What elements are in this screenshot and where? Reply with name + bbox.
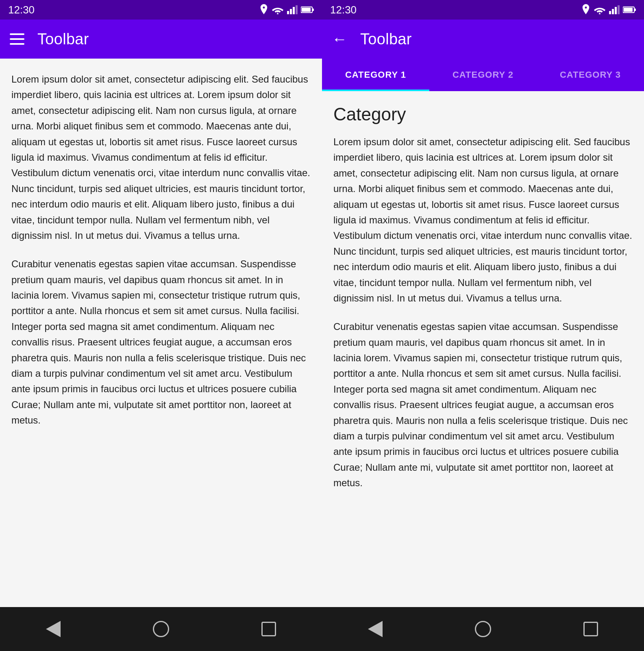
svg-rect-1	[287, 11, 289, 14]
svg-rect-15	[634, 9, 636, 11]
back-arrow-icon[interactable]: ←	[332, 31, 347, 48]
status-icons-1	[259, 4, 314, 15]
back-button-1[interactable]	[46, 621, 61, 637]
home-button-2[interactable]	[475, 621, 491, 637]
location-icon	[259, 4, 268, 15]
status-icons-2	[581, 4, 636, 15]
svg-rect-3	[293, 7, 295, 14]
content-area-2: Category Lorem ipsum dolor sit amet, con…	[322, 91, 644, 607]
time-2: 12:30	[330, 4, 357, 16]
svg-point-8	[599, 13, 600, 14]
signal-icon	[287, 5, 298, 14]
svg-point-0	[277, 13, 278, 14]
toolbar-2: ← Toolbar	[322, 20, 644, 59]
recent-button-2[interactable]	[583, 622, 598, 636]
svg-rect-9	[609, 11, 611, 14]
content-para1-2: Lorem ipsum dolor sit amet, consectetur …	[333, 134, 633, 306]
svg-rect-14	[624, 8, 633, 12]
menu-icon[interactable]	[10, 33, 24, 45]
content-para2-1: Curabitur venenatis egestas sapien vitae…	[11, 256, 311, 428]
svg-rect-4	[296, 5, 298, 14]
content-para1-1: Lorem ipsum dolor sit amet, consectetur …	[11, 72, 311, 243]
tab-category2[interactable]: CATEGORY 2	[429, 59, 537, 91]
status-bar-2: 12:30	[322, 0, 644, 20]
svg-rect-10	[612, 9, 614, 14]
back-icon-2	[368, 621, 383, 637]
toolbar-title-1: Toolbar	[37, 31, 89, 48]
status-bar-1: 12:30	[0, 0, 322, 20]
recent-icon	[261, 622, 276, 636]
content-area-1: Lorem ipsum dolor sit amet, consectetur …	[0, 59, 322, 607]
home-icon	[153, 621, 169, 637]
home-icon-2	[475, 621, 491, 637]
back-icon	[46, 621, 61, 637]
toolbar-1: Toolbar	[0, 20, 322, 59]
category-heading: Category	[333, 104, 633, 125]
time-1: 12:30	[8, 4, 35, 16]
svg-rect-11	[615, 7, 617, 14]
tab-bar: CATEGORY 1 CATEGORY 2 CATEGORY 3	[322, 59, 644, 91]
recent-icon-2	[583, 622, 598, 636]
tab-category3[interactable]: CATEGORY 3	[537, 59, 644, 91]
svg-rect-6	[302, 8, 311, 12]
battery-icon	[301, 6, 314, 13]
nav-bar-2	[322, 607, 644, 651]
battery-icon-2	[623, 6, 636, 13]
home-button-1[interactable]	[153, 621, 169, 637]
content-para2-2: Curabitur venenatis egestas sapien vitae…	[333, 319, 633, 491]
wifi-icon	[272, 5, 284, 14]
toolbar-title-2: Toolbar	[360, 31, 412, 48]
tab-category1[interactable]: CATEGORY 1	[322, 59, 429, 91]
location-icon-2	[581, 4, 590, 15]
back-button-2[interactable]	[368, 621, 383, 637]
svg-rect-2	[290, 9, 292, 14]
signal-icon-2	[609, 5, 620, 14]
nav-bar-1	[0, 607, 322, 651]
wifi-icon-2	[594, 5, 606, 14]
svg-rect-12	[618, 5, 620, 14]
recent-button-1[interactable]	[261, 622, 276, 636]
phone-1: 12:30	[0, 0, 322, 651]
svg-rect-7	[312, 9, 314, 11]
phone-2: 12:30 ←	[322, 0, 644, 651]
